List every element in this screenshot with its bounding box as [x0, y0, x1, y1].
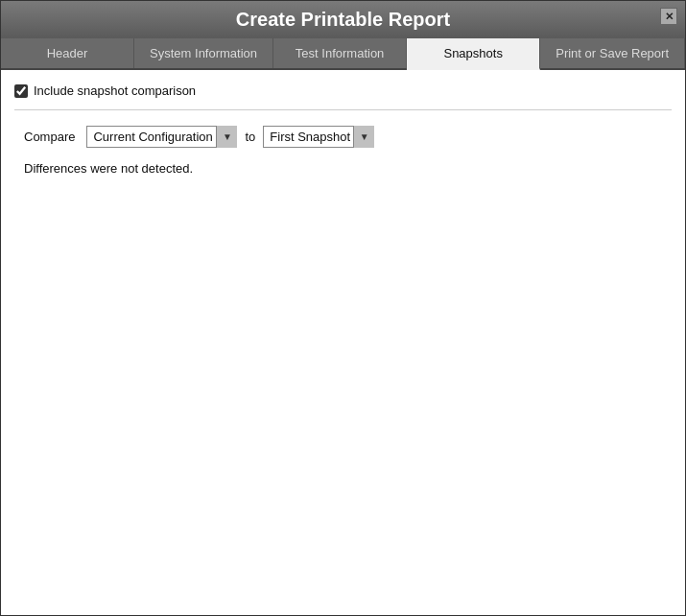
close-button[interactable]: ✕ [660, 8, 677, 25]
title-bar: Create Printable Report ✕ [1, 1, 685, 38]
compare-to-wrapper: First Snapshot ▼ [263, 126, 374, 148]
tab-header[interactable]: Header [1, 38, 134, 68]
compare-from-select[interactable]: Current Configuration [86, 126, 237, 148]
compare-to-select[interactable]: First Snapshot [263, 126, 374, 148]
tab-bar: Header System Information Test Informati… [1, 38, 685, 70]
main-window: Create Printable Report ✕ Header System … [0, 0, 686, 616]
include-snapshot-label: Include snapshot comparison [34, 83, 196, 98]
window-title: Create Printable Report [236, 9, 450, 30]
compare-from-wrapper: Current Configuration ▼ [86, 126, 237, 148]
tab-print-or-save-report[interactable]: Print or Save Report [540, 38, 685, 68]
to-label: to [245, 130, 255, 144]
tab-test-information[interactable]: Test Information [273, 38, 407, 68]
include-snapshot-checkbox[interactable] [14, 84, 28, 98]
content-area: Include snapshot comparison Compare Curr… [1, 70, 685, 615]
compare-row: Compare Current Configuration ▼ to First… [14, 126, 672, 148]
include-row: Include snapshot comparison [14, 83, 672, 110]
compare-label: Compare [24, 130, 75, 144]
tab-snapshots[interactable]: Snapshots [407, 38, 540, 70]
tab-system-information[interactable]: System Information [134, 38, 273, 68]
status-text: Differences were not detected. [14, 161, 672, 176]
